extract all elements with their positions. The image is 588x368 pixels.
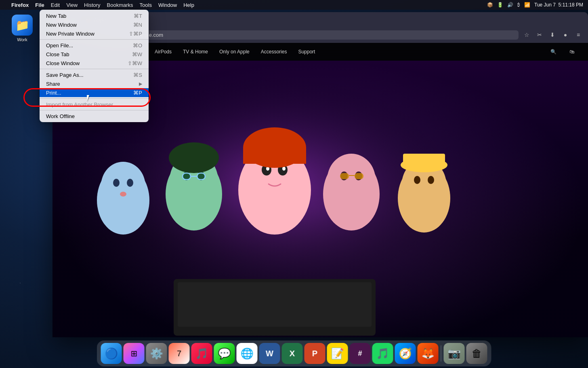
dock-item-system-prefs[interactable]: ⚙️ xyxy=(146,343,167,364)
nav-tv-home[interactable]: TV & Home xyxy=(177,43,214,61)
volume-icon[interactable]: 🔊 xyxy=(507,2,513,8)
dock-item-launchpad[interactable]: ⊞ xyxy=(124,343,145,364)
dock-item-finder[interactable]: 🔵 xyxy=(101,343,122,364)
share-arrow: ▶ xyxy=(139,81,142,87)
menu-item-new-tab[interactable]: New Tab ⌘T xyxy=(40,11,149,20)
menubar-window[interactable]: Window xyxy=(158,2,177,8)
calendar-icon: 7 xyxy=(177,349,181,358)
dock-item-chrome[interactable]: 🌐 xyxy=(237,343,258,364)
menubar-file[interactable]: File xyxy=(35,2,44,8)
screenshot-icon[interactable]: ✂ xyxy=(534,29,545,40)
dropbox-icon[interactable]: 📦 xyxy=(487,2,493,8)
pocket-icon[interactable]: ⬇ xyxy=(547,29,558,40)
new-window-label: New Window xyxy=(46,22,133,28)
tab-bar: 🍎 Apple ✕ + xyxy=(81,15,584,25)
menu-item-print[interactable]: Print... ⌘P xyxy=(40,88,149,97)
dock-item-spotify[interactable]: 🎵 xyxy=(372,343,393,364)
svg-point-19 xyxy=(113,179,120,187)
battery-icon: 🔋 xyxy=(497,2,503,8)
new-private-window-label: New Private Window xyxy=(46,31,129,37)
separator-2 xyxy=(40,69,149,69)
menubar-tools[interactable]: Tools xyxy=(140,2,152,8)
save-page-label: Save Page As... xyxy=(46,72,133,78)
dock-item-notes[interactable]: 📝 xyxy=(327,343,348,364)
new-tab-shortcut: ⌘T xyxy=(134,13,142,19)
menu-item-import[interactable]: Import from Another Browser... xyxy=(40,100,149,109)
svg-rect-27 xyxy=(355,173,363,179)
clock-display: Tue Jun 7 5:11:18 PM xyxy=(534,2,583,8)
close-window-label: Close Window xyxy=(46,60,128,66)
notes-icon: 📝 xyxy=(331,347,344,360)
nav-only-on-apple[interactable]: Only on Apple xyxy=(214,43,255,61)
menu-item-close-window[interactable]: Close Window ⇧⌘W xyxy=(40,59,149,68)
svg-point-32 xyxy=(428,176,434,184)
powerpoint-icon: P xyxy=(312,349,317,358)
close-window-shortcut: ⇧⌘W xyxy=(128,60,142,66)
music-icon: 🎵 xyxy=(195,347,208,360)
import-label: Import from Another Browser... xyxy=(46,102,142,108)
bag-icon-nav[interactable]: 🛍 xyxy=(564,43,580,61)
new-private-window-shortcut: ⇧⌘P xyxy=(129,31,142,37)
dock-item-photos[interactable]: 📷 xyxy=(444,343,465,364)
dock-item-music[interactable]: 🎵 xyxy=(191,343,212,364)
nav-accessories[interactable]: Accessories xyxy=(255,43,293,61)
folder-icon: 📁 xyxy=(12,15,33,36)
svg-point-20 xyxy=(127,179,133,187)
menu-item-close-tab[interactable]: Close Tab ⌘W xyxy=(40,50,149,59)
svg-point-16 xyxy=(169,142,219,173)
save-page-shortcut: ⌘S xyxy=(133,72,142,78)
menu-item-new-window[interactable]: New Window ⌘N xyxy=(40,20,149,29)
menubar-history[interactable]: History xyxy=(84,2,100,8)
wifi-icon[interactable]: 📶 xyxy=(524,2,530,8)
launchpad-icon: ⊞ xyxy=(130,349,137,358)
address-bar[interactable]: 🔒 https://www.apple.com xyxy=(98,30,519,40)
account-icon[interactable]: ● xyxy=(560,29,571,40)
dock-item-firefox[interactable]: 🦊 xyxy=(418,343,439,364)
menu-item-new-private-window[interactable]: New Private Window ⇧⌘P xyxy=(40,29,149,38)
nav-support[interactable]: Support xyxy=(292,43,321,61)
dock-item-word[interactable]: W xyxy=(259,343,280,364)
print-shortcut: ⌘P xyxy=(133,90,142,96)
dock-item-trash[interactable]: 🗑 xyxy=(466,343,487,364)
dock-separator xyxy=(441,345,441,362)
share-label: Share xyxy=(46,81,139,87)
svg-rect-34 xyxy=(403,154,445,166)
dock-item-messages[interactable]: 💬 xyxy=(214,343,235,364)
svg-rect-8 xyxy=(243,148,306,164)
menu-item-save-page[interactable]: Save Page As... ⌘S xyxy=(40,70,149,79)
menubar-bookmarks[interactable]: Bookmarks xyxy=(107,2,133,8)
dock-item-slack[interactable]: # xyxy=(350,343,371,364)
new-window-shortcut: ⌘N xyxy=(133,22,142,28)
search-icon-nav[interactable]: 🔍 xyxy=(545,43,562,61)
dock-item-powerpoint[interactable]: P xyxy=(304,343,326,364)
menu-item-share[interactable]: Share ▶ xyxy=(40,79,149,88)
menubar-edit[interactable]: Edit xyxy=(51,2,60,8)
close-tab-label: Close Tab xyxy=(46,51,132,57)
menu-icon[interactable]: ≡ xyxy=(573,29,584,40)
dock-item-excel[interactable]: X xyxy=(282,343,303,364)
chrome-icon: 🌐 xyxy=(241,347,254,360)
desktop-icon-work[interactable]: 📁 Work xyxy=(8,15,36,42)
menu-item-work-offline[interactable]: Work Offline xyxy=(40,112,149,121)
menubar-firefox[interactable]: Firefox xyxy=(11,2,29,8)
open-file-shortcut: ⌘O xyxy=(133,42,142,49)
file-menu: New Tab ⌘T New Window ⌘N New Private Win… xyxy=(40,10,149,122)
dock-item-calendar[interactable]: 7 xyxy=(169,343,190,364)
svg-rect-26 xyxy=(340,173,349,179)
menubar-right: 📦 🔋 🔊 ₿ 📶 Tue Jun 7 5:11:18 PM xyxy=(487,2,583,8)
messages-icon: 💬 xyxy=(218,347,231,360)
photos-icon: 📷 xyxy=(448,347,461,360)
toolbar-icons: ☆ ✂ ⬇ ● ≡ xyxy=(521,29,584,40)
firefox-icon: 🦊 xyxy=(422,347,435,360)
menubar-help[interactable]: Help xyxy=(183,2,194,8)
svg-rect-36 xyxy=(178,282,372,327)
menu-item-open-file[interactable]: Open File... ⌘O xyxy=(40,41,149,50)
word-icon: W xyxy=(266,349,273,358)
menubar-view[interactable]: View xyxy=(66,2,78,8)
bookmark-star-icon[interactable]: ☆ xyxy=(521,29,532,40)
dock-item-safari[interactable]: 🧭 xyxy=(395,343,416,364)
nav-airpods[interactable]: AirPods xyxy=(149,43,177,61)
bluetooth-icon[interactable]: ₿ xyxy=(517,2,520,8)
dock: 🔵 ⊞ ⚙️ 7 🎵 💬 🌐 W X P 📝 xyxy=(97,341,491,366)
svg-point-31 xyxy=(414,176,420,184)
